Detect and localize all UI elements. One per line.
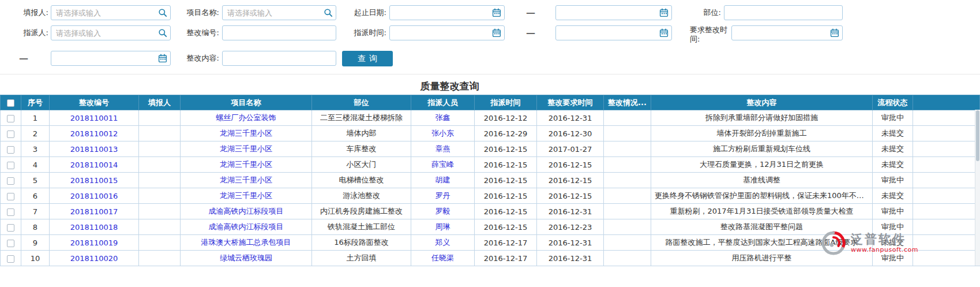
row-checkbox-cell — [1, 188, 21, 204]
required-time-label: 要求整改时间: — [690, 25, 729, 44]
assignee-link[interactable]: 郑义 — [435, 238, 450, 247]
project-link[interactable]: 成渝高铁内江标段项目 — [209, 222, 284, 231]
project-link[interactable]: 港珠澳大桥施工总承包项目 — [201, 238, 291, 247]
calendar-icon[interactable] — [492, 28, 501, 38]
row-checkbox[interactable] — [7, 255, 14, 263]
search-icon[interactable] — [158, 28, 167, 38]
date-range-end-input[interactable] — [556, 6, 671, 20]
cell-filler — [913, 235, 980, 251]
no-link[interactable]: 2018110017 — [70, 207, 118, 216]
cell-situation — [604, 235, 651, 251]
calendar-icon[interactable] — [492, 8, 501, 17]
content-input[interactable] — [223, 51, 336, 65]
cell-situation — [604, 157, 651, 173]
row-checkbox-cell — [1, 141, 21, 157]
assignee-link[interactable]: 任晓渠 — [431, 254, 454, 262]
cell-required-time: 2016-12-31 — [537, 251, 604, 266]
cell-seq: 6 — [21, 188, 50, 204]
project-link[interactable]: 绿城云栖玫瑰园 — [220, 254, 272, 262]
date-range-start-input[interactable] — [390, 6, 504, 20]
no-link[interactable]: 2018110019 — [70, 238, 118, 247]
assign-time-end-input[interactable] — [556, 26, 671, 40]
assignee-link[interactable]: 章燕 — [435, 144, 450, 153]
cell-required-time: 2016-12-15 — [537, 188, 604, 204]
row-checkbox[interactable] — [7, 146, 14, 154]
assign-time-label: 指派时间: — [339, 25, 386, 40]
no-link[interactable]: 2018110016 — [70, 192, 118, 200]
project-link[interactable]: 龙湖三千里小区 — [220, 144, 272, 153]
reporter-input[interactable] — [51, 6, 170, 20]
row-checkbox-cell — [1, 126, 21, 141]
no-link[interactable]: 2018110018 — [70, 223, 118, 232]
row-checkbox[interactable] — [7, 193, 14, 200]
row-checkbox[interactable] — [7, 131, 14, 138]
assignee-link[interactable]: 周琳 — [435, 222, 450, 231]
table-row: 42018110014龙湖三千里小区小区大门薛宝峰2016-12-152016-… — [1, 157, 980, 173]
row-checkbox[interactable] — [7, 224, 14, 232]
project-link[interactable]: 龙湖三千里小区 — [220, 176, 272, 184]
query-button[interactable]: 查询 — [342, 51, 393, 66]
table-row: 52018110015龙湖三千里小区电梯槽位整改胡建2016-12-152016… — [1, 173, 980, 188]
assigner-field — [51, 25, 171, 40]
assign-time-start-input[interactable] — [390, 26, 504, 40]
search-icon[interactable] — [158, 8, 167, 17]
assignee-link[interactable]: 罗毅 — [435, 207, 450, 215]
vertical-scrollbar[interactable] — [975, 110, 980, 266]
required-time-start-input[interactable] — [732, 26, 842, 40]
no-link[interactable]: 2018110020 — [70, 254, 118, 263]
cell-required-time: 2016-12-15 — [537, 173, 604, 188]
row-checkbox[interactable] — [7, 115, 14, 122]
assignee-link[interactable]: 张小东 — [431, 129, 454, 137]
calendar-icon[interactable] — [158, 54, 167, 63]
assigner-input[interactable] — [51, 26, 170, 40]
row-checkbox[interactable] — [7, 177, 14, 185]
row-checkbox-cell — [1, 235, 21, 251]
project-link[interactable]: 螺丝厂办公室装饰 — [216, 113, 276, 122]
cell-no: 2018110011 — [50, 110, 139, 126]
assignee-link[interactable]: 薛宝峰 — [431, 160, 454, 169]
rectify-no-input[interactable] — [223, 26, 336, 40]
no-link[interactable]: 2018110012 — [70, 129, 118, 138]
range-dash: — — [521, 5, 540, 20]
cell-situation — [604, 110, 651, 126]
assignee-link[interactable]: 胡建 — [435, 176, 450, 184]
select-all-checkbox[interactable] — [7, 99, 14, 107]
no-link[interactable]: 2018110015 — [70, 176, 118, 185]
cell-required-time: 2016-12-31 — [537, 204, 604, 219]
project-link[interactable]: 龙湖三千里小区 — [220, 129, 272, 137]
assignee-link[interactable]: 罗丹 — [435, 191, 450, 200]
cell-content: 拆除到承重墙部分请做好加固措施 — [651, 110, 873, 126]
header-filler-cell — [913, 95, 980, 110]
table-head-row: 序号整改编号填报人项目名称部位指派人员指派时间整改要求时间整改情况...整改内容… — [1, 95, 980, 110]
row-checkbox[interactable] — [7, 240, 14, 247]
column-header: 指派时间 — [475, 95, 537, 110]
table-row: 12018110011螺丝厂办公室装饰二至三楼混凝土楼梯拆除张鑫2016-12-… — [1, 110, 980, 126]
cell-assign-time: 2016-12-15 — [475, 141, 537, 157]
cell-seq: 10 — [21, 251, 50, 266]
project-name-label: 项目名称: — [173, 5, 219, 20]
required-time-end-input[interactable] — [51, 51, 170, 65]
location-field — [724, 5, 843, 20]
project-name-input[interactable] — [223, 6, 336, 20]
no-link[interactable]: 2018110011 — [70, 114, 118, 122]
calendar-icon[interactable] — [659, 8, 669, 17]
cell-no: 2018110017 — [50, 204, 139, 219]
no-link[interactable]: 2018110014 — [70, 161, 118, 169]
scrollbar-thumb[interactable] — [976, 110, 979, 161]
project-link[interactable]: 龙湖三千里小区 — [220, 160, 272, 169]
cell-location: 内江机务段房建施工整改 — [312, 204, 411, 219]
row-checkbox[interactable] — [7, 162, 14, 169]
cell-filler — [913, 204, 980, 219]
project-link[interactable]: 龙湖三千里小区 — [220, 191, 272, 200]
row-checkbox[interactable] — [7, 208, 14, 216]
project-link[interactable]: 成渝高铁内江标段项目 — [209, 207, 284, 215]
calendar-icon[interactable] — [659, 28, 669, 38]
no-link[interactable]: 2018110013 — [70, 145, 118, 154]
assignee-link[interactable]: 张鑫 — [435, 113, 450, 122]
calendar-icon[interactable] — [830, 28, 839, 38]
location-input[interactable] — [724, 6, 842, 20]
cell-reporter — [139, 157, 181, 173]
search-icon[interactable] — [324, 8, 333, 17]
cell-no: 2018110015 — [50, 173, 139, 188]
required-time-end-field — [51, 51, 171, 66]
